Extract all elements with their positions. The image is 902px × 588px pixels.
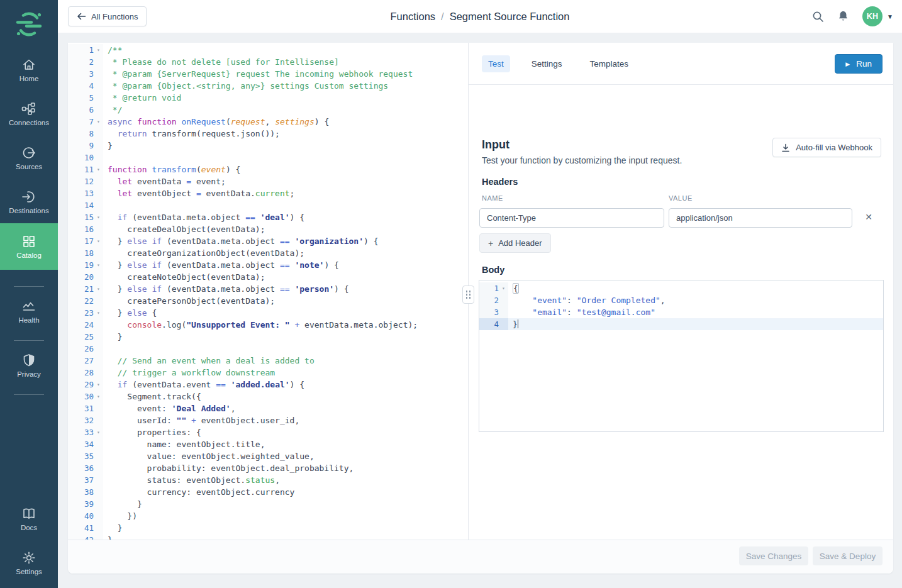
line-gutter: 21▾ — [68, 283, 103, 295]
code-line[interactable]: 11▾function transform(event) { — [68, 164, 468, 175]
sidebar-item-privacy[interactable]: Privacy — [0, 353, 58, 378]
code-line[interactable]: 21▾ } else if (eventData.meta.object == … — [68, 283, 468, 295]
code-line[interactable]: 3 * @param {ServerRequest} request The i… — [68, 68, 468, 80]
panel-resize-handle[interactable] — [462, 286, 474, 304]
code-line[interactable]: 13 let eventObject = eventData.current; — [68, 187, 468, 199]
search-icon[interactable] — [812, 11, 824, 23]
code-line[interactable]: 29▾ if (eventData.event == 'added.deal')… — [68, 379, 468, 391]
breadcrumb-parent[interactable]: Functions — [391, 11, 436, 23]
code-line[interactable]: 28 // trigger a workflow downstream — [68, 367, 468, 379]
code-line[interactable]: 18 createOrganizationObject(eventData); — [68, 247, 468, 259]
autofill-webhook-button[interactable]: Auto-fill via Webhook — [772, 138, 881, 157]
code-line-content: // Send an event when a deal is added to — [103, 355, 315, 367]
avatar[interactable]: KH — [862, 6, 883, 26]
fold-arrow-icon[interactable]: ▾ — [94, 283, 103, 295]
run-button[interactable]: ▶ Run — [835, 54, 883, 74]
code-line[interactable]: 4 * @param {Object.<string, any>} settin… — [68, 80, 468, 92]
code-line[interactable]: 6 */ — [68, 104, 468, 116]
fold-arrow-icon[interactable]: ▾ — [499, 282, 508, 294]
sidebar-item-connections[interactable]: Connections — [0, 102, 58, 126]
code-line[interactable]: 40 }) — [68, 510, 468, 522]
code-line[interactable]: 1▾/** — [68, 44, 468, 56]
notifications-bell-icon[interactable] — [838, 11, 849, 23]
line-number: 23 — [84, 307, 94, 319]
sidebar-item-home[interactable]: Home — [0, 58, 58, 82]
code-line[interactable]: 23▾ } else { — [68, 307, 468, 319]
body-json-editor[interactable]: 1▾{2 "event": "Order Completed",3 "email… — [479, 280, 884, 432]
fold-arrow-icon[interactable]: ▾ — [94, 307, 103, 319]
save-deploy-button[interactable]: Save & Deploy — [813, 546, 883, 565]
code-line[interactable]: 19▾ } else if (eventData.meta.object == … — [68, 259, 468, 271]
tab-settings[interactable]: Settings — [525, 55, 569, 72]
code-line[interactable]: 17▾ } else if (eventData.meta.object == … — [68, 235, 468, 247]
code-line[interactable]: 27 // Send an event when a deal is added… — [68, 355, 468, 367]
code-line[interactable]: 26 — [68, 343, 468, 355]
tab-templates[interactable]: Templates — [584, 55, 635, 72]
tab-test[interactable]: Test — [482, 55, 510, 72]
line-number: 26 — [84, 343, 94, 355]
code-line[interactable]: 10 — [68, 152, 468, 164]
segment-logo-icon[interactable] — [0, 0, 58, 48]
user-menu[interactable]: KH ▼ — [862, 6, 893, 26]
sidebar-item-catalog[interactable]: Catalog — [0, 223, 58, 270]
code-line-content: } — [103, 140, 113, 152]
code-line[interactable]: 14 — [68, 199, 468, 211]
code-line[interactable]: 33▾ properties: { — [68, 426, 468, 438]
sidebar-item-docs[interactable]: Docs — [0, 507, 58, 531]
fold-arrow-icon[interactable]: ▾ — [94, 391, 103, 402]
code-line[interactable]: 2 * Please do not delete [used for Intel… — [68, 56, 468, 68]
code-line[interactable]: 41 } — [68, 522, 468, 534]
code-line[interactable]: 2 "event": "Order Completed", — [479, 294, 883, 306]
fold-arrow-icon[interactable]: ▾ — [94, 116, 103, 128]
sidebar-item-sources[interactable]: Sources — [0, 146, 58, 170]
code-line[interactable]: 15▾ if (eventData.meta.object == 'deal')… — [68, 211, 468, 223]
fold-arrow-icon[interactable]: ▾ — [94, 211, 103, 223]
fold-arrow-icon[interactable]: ▾ — [94, 259, 103, 271]
code-line-content: * Please do not delete [used for Intelli… — [103, 56, 339, 68]
code-line[interactable]: 12 let eventData = event; — [68, 175, 468, 187]
code-line[interactable]: 5 * @return void — [68, 92, 468, 104]
code-line[interactable]: 8 return transform(request.json()); — [68, 128, 468, 140]
code-line[interactable]: 39 } — [68, 498, 468, 510]
code-line[interactable]: 22 createPersonObject(eventData); — [68, 295, 468, 307]
fold-arrow-icon[interactable]: ▾ — [94, 44, 103, 56]
code-line[interactable]: 35 value: eventObject.weighted_value, — [68, 450, 468, 462]
code-line[interactable]: 24 console.log("Unsupported Event: " + e… — [68, 319, 468, 331]
code-line[interactable]: 31 event: 'Deal Added', — [68, 402, 468, 414]
input-section-description: Test your function by customizing the in… — [482, 155, 682, 165]
save-changes-button[interactable]: Save Changes — [739, 546, 808, 565]
sidebar-item-settings[interactable]: Settings — [0, 551, 58, 575]
code-line-content: } else { — [103, 307, 157, 319]
code-line-content: } — [508, 318, 518, 330]
header-name-input[interactable] — [479, 208, 664, 228]
fold-arrow-icon[interactable]: ▾ — [94, 164, 103, 175]
sidebar-item-health[interactable]: Health — [0, 299, 58, 324]
code-line[interactable]: 32 userId: "" + eventObject.user_id, — [68, 414, 468, 426]
code-line[interactable]: 16 createDealObject(eventData); — [68, 223, 468, 235]
code-line[interactable]: 34 name: eventObject.title, — [68, 438, 468, 450]
line-gutter: 38 — [68, 486, 103, 498]
code-line[interactable]: 30▾ Segment.track({ — [68, 391, 468, 402]
code-line[interactable]: 3 "email": "test@gmail.com" — [479, 306, 883, 318]
fold-arrow-icon[interactable]: ▾ — [94, 426, 103, 438]
code-line[interactable]: 4} — [479, 318, 883, 330]
fold-arrow-icon[interactable]: ▾ — [94, 235, 103, 247]
code-line[interactable]: 9} — [68, 140, 468, 152]
code-line[interactable]: 38 currency: eventObject.currency — [68, 486, 468, 498]
code-editor[interactable]: 1▾/**2 * Please do not delete [used for … — [68, 43, 468, 540]
header-value-input[interactable] — [669, 208, 852, 228]
code-line[interactable]: 20 createNoteObject(eventData); — [68, 271, 468, 283]
code-line[interactable]: 42} — [68, 534, 468, 540]
line-number: 2 — [494, 294, 499, 306]
line-gutter: 6 — [68, 104, 103, 116]
code-line[interactable]: 1▾{ — [479, 282, 883, 294]
code-line-content: Segment.track({ — [103, 391, 201, 402]
code-line[interactable]: 36 probability: eventObject.deal_probabi… — [68, 462, 468, 474]
code-line[interactable]: 25 } — [68, 331, 468, 343]
add-header-button[interactable]: + Add Header — [479, 233, 551, 253]
sidebar-item-destinations[interactable]: Destinations — [0, 190, 58, 214]
code-line[interactable]: 37 status: eventObject.status, — [68, 474, 468, 486]
code-line[interactable]: 7▾async function onRequest(request, sett… — [68, 116, 468, 128]
fold-arrow-icon[interactable]: ▾ — [94, 379, 103, 391]
remove-header-button[interactable]: ✕ — [862, 211, 875, 223]
